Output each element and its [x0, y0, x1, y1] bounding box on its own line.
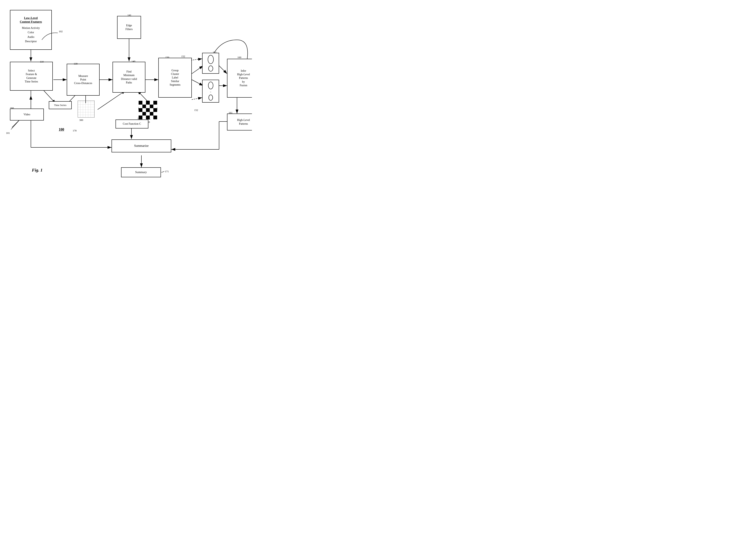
label-141: 141 — [127, 14, 131, 17]
label-140: 140 — [131, 60, 135, 63]
label-102: 102 — [59, 30, 63, 33]
group-cluster-box: Group Cluster Label Similar Segments — [158, 58, 192, 98]
matrix-visual — [78, 101, 95, 118]
checkerboard-visual — [138, 101, 157, 120]
oval-bottom-1 — [208, 82, 213, 89]
label-161: 161 — [229, 111, 233, 114]
summarize-box: Summarize — [112, 139, 171, 152]
label-160: 160 — [237, 56, 241, 59]
label-300: 300 — [79, 119, 83, 122]
fig-label: Fig. 1 — [32, 168, 43, 173]
label-101: 101 — [6, 131, 10, 135]
svg-line-28 — [11, 120, 20, 129]
svg-line-10 — [192, 80, 203, 86]
label-200: 200 — [10, 107, 14, 110]
oval-group-bottom: ○ — [202, 80, 219, 103]
svg-line-11 — [219, 66, 227, 74]
infer-patterns-box: Infer High-Level Patterns by Fusion — [227, 59, 252, 98]
video-box: Video — [10, 109, 44, 121]
system-label-100: 100 — [59, 127, 64, 132]
label-170: 170 — [73, 129, 77, 132]
find-minimum-box: Find Minimum Distance valid Paths — [113, 62, 145, 93]
summary-box: Summary — [121, 167, 161, 177]
select-feature-box: Select Feature & Generate Time Series — [10, 62, 53, 91]
label-130: 130 — [74, 62, 78, 65]
label-110: 110 — [40, 60, 44, 63]
high-level-patterns-box: High-Level Patterns — [227, 114, 252, 130]
label-171: 171 — [165, 170, 169, 173]
label-151: 151 — [213, 51, 217, 54]
measure-point-box: Measure Point Cross-Distances — [67, 64, 100, 96]
oval-group-top — [202, 53, 219, 74]
diagram-container: Low-Level Content Features Motion Activi… — [0, 0, 252, 181]
low-level-content-box: Low-Level Content Features Motion Activi… — [10, 10, 52, 50]
svg-line-19 — [98, 91, 125, 110]
svg-line-9 — [192, 66, 203, 74]
low-level-content: Motion ActivityColorAudioDescriptor — [22, 26, 40, 44]
edge-filters-box: Edge Filters — [117, 16, 141, 39]
label-152b: 152 — [194, 109, 198, 112]
svg-line-14 — [192, 98, 202, 100]
oval-dots: ○ — [210, 91, 211, 93]
cost-function-box: Cost Function C — [116, 120, 148, 128]
label-152a: 152 — [181, 55, 185, 58]
label-172: 172 — [137, 117, 141, 120]
oval-top-2 — [208, 66, 213, 72]
time-series-box: Time Series — [49, 101, 72, 109]
label-150: 150 — [165, 56, 169, 59]
oval-top-1 — [208, 55, 214, 64]
oval-bottom-2 — [209, 95, 213, 101]
low-level-title: Low-Level Content Features — [20, 16, 42, 24]
